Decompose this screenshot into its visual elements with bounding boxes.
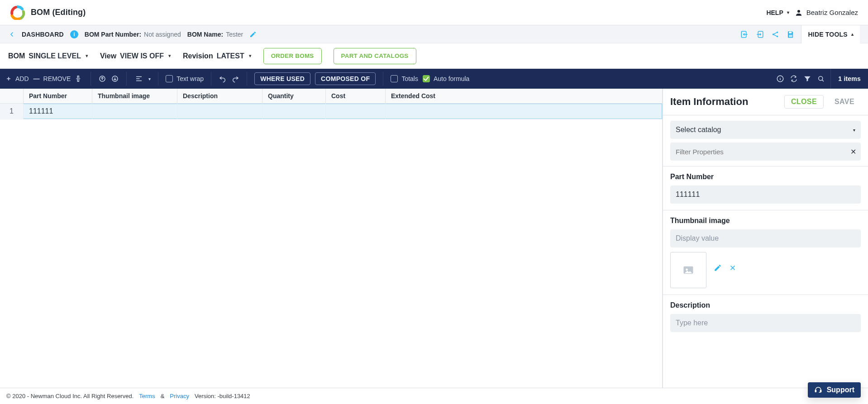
add-row-button[interactable]: ＋ ADD	[5, 75, 29, 83]
chevron-down-icon: ▾	[148, 76, 151, 81]
group-description-label: Description	[670, 301, 861, 309]
footer: © 2020 - Newman Cloud Inc. All Right Res…	[0, 388, 868, 404]
cell-cost[interactable]	[326, 104, 386, 119]
order-boms-button[interactable]: ORDER BOMS	[263, 48, 322, 64]
move-down-icon[interactable]	[111, 75, 119, 83]
main-area: Part Number Thumbnail image Description …	[0, 89, 868, 388]
item-information-panel: Item Information CLOSE SAVE Select catal…	[663, 89, 868, 388]
revision-dropdown[interactable]: Revision LATEST ▾	[183, 52, 252, 60]
info-icon[interactable]: i	[70, 30, 78, 38]
app-topbar: BOM (Editing) HELP ▾ Beatriz Gonzalez	[0, 0, 868, 25]
items-count: 1 items	[830, 69, 868, 89]
grid-toolbar: ＋ ADD — REMOVE ▾	[0, 69, 868, 89]
svg-rect-8	[789, 34, 793, 37]
share-icon[interactable]	[771, 30, 779, 38]
grid: Part Number Thumbnail image Description …	[0, 89, 663, 388]
cell-extended-cost[interactable]	[386, 104, 463, 119]
sync-icon[interactable]	[790, 75, 798, 83]
user-icon	[795, 9, 803, 17]
chevron-down-icon: ▾	[787, 10, 789, 15]
breadcrumb[interactable]: DASHBOARD	[22, 31, 64, 38]
col-description[interactable]: Description	[177, 89, 262, 103]
app-logo-icon	[10, 5, 25, 20]
context-actions	[740, 30, 795, 38]
thumbnail-display-value[interactable]: Display value	[670, 229, 861, 247]
svg-point-13	[819, 76, 823, 81]
svg-rect-17	[820, 390, 821, 392]
table-row[interactable]: 1 111111	[0, 104, 662, 119]
search-icon[interactable]	[817, 75, 825, 83]
export-icon[interactable]	[756, 30, 764, 38]
bom-name-label: BOM Name:	[187, 31, 223, 38]
svg-point-1	[797, 10, 800, 13]
footer-terms-link[interactable]: Terms	[139, 393, 155, 399]
text-wrap-checkbox[interactable]: Text wrap	[166, 75, 204, 82]
grid-columns: Part Number Thumbnail image Description …	[0, 89, 662, 104]
move-up-icon[interactable]	[98, 75, 106, 83]
cell-thumbnail[interactable]	[92, 104, 177, 119]
cell-description[interactable]	[177, 104, 262, 119]
remove-thumbnail-icon[interactable]	[729, 264, 736, 271]
col-part-number[interactable]: Part Number	[24, 89, 92, 103]
bom-part-number: BOM Part Number: Not assigned	[85, 31, 181, 38]
svg-rect-16	[815, 390, 816, 392]
remove-row-button[interactable]: — REMOVE	[33, 75, 71, 82]
svg-rect-7	[789, 32, 792, 33]
edit-name-icon[interactable]	[249, 31, 257, 38]
catalog-select[interactable]: Select catalog ▾	[670, 121, 861, 139]
where-used-button[interactable]: WHERE USED	[254, 72, 310, 85]
info-outline-icon[interactable]	[776, 75, 784, 83]
help-label: HELP	[766, 9, 783, 16]
group-thumbnail-label: Thumbnail image	[670, 217, 861, 225]
col-thumbnail[interactable]: Thumbnail image	[92, 89, 177, 103]
current-user[interactable]: Beatriz Gonzalez	[795, 9, 858, 17]
side-panel-title: Item Information	[670, 96, 748, 108]
save-panel-button[interactable]: SAVE	[828, 95, 861, 109]
view-mode-dropdown[interactable]: View VIEW IS OFF ▾	[100, 52, 171, 60]
part-number-value[interactable]: 111111	[670, 185, 861, 204]
import-icon[interactable]	[740, 30, 749, 38]
svg-rect-9	[78, 76, 79, 81]
insert-column-icon[interactable]	[75, 75, 83, 83]
headset-icon	[814, 386, 822, 394]
row-index[interactable]: 1	[0, 104, 24, 119]
group-description: Description Type here	[663, 295, 868, 338]
col-index[interactable]	[0, 89, 24, 103]
description-input[interactable]: Type here	[670, 314, 861, 332]
clear-filter-icon[interactable]: ✕	[845, 147, 861, 156]
part-and-catalogs-button[interactable]: PART AND CATALOGS	[334, 48, 416, 64]
support-button[interactable]: Support	[808, 382, 861, 398]
group-part-number: Part Number 111111	[663, 166, 868, 210]
filter-properties-input[interactable]	[670, 143, 845, 161]
save-icon[interactable]	[787, 30, 795, 38]
auto-formula-checkbox[interactable]: Auto formula	[423, 75, 469, 82]
undo-icon[interactable]	[219, 75, 227, 83]
user-name: Beatriz Gonzalez	[806, 9, 858, 16]
composed-of-button[interactable]: COMPOSED OF	[315, 72, 376, 85]
col-extended-cost[interactable]: Extended Cost	[386, 89, 463, 103]
align-menu-icon[interactable]	[134, 75, 144, 83]
chevron-down-icon: ▾	[86, 53, 88, 59]
controls-bar: BOM SINGLE LEVEL ▾ View VIEW IS OFF ▾ Re…	[0, 43, 868, 69]
redo-icon[interactable]	[231, 75, 239, 83]
col-quantity[interactable]: Quantity	[262, 89, 326, 103]
filter-icon[interactable]	[803, 75, 811, 83]
filter-properties[interactable]: ✕	[670, 143, 861, 161]
footer-privacy-link[interactable]: Privacy	[170, 393, 189, 399]
help-menu[interactable]: HELP ▾	[766, 9, 789, 16]
col-cost[interactable]: Cost	[326, 89, 386, 103]
bom-mode-dropdown[interactable]: BOM SINGLE LEVEL ▾	[8, 52, 88, 60]
edit-thumbnail-icon[interactable]	[714, 264, 722, 272]
close-panel-button[interactable]: CLOSE	[784, 95, 824, 109]
totals-checkbox[interactable]: Totals	[391, 75, 418, 82]
chevron-down-icon: ▾	[853, 128, 855, 133]
group-thumbnail: Thumbnail image Display value	[663, 210, 868, 295]
hide-tools-toggle[interactable]: HIDE TOOLS ▴	[801, 25, 860, 43]
thumbnail-preview	[670, 252, 706, 288]
catalog-select-placeholder: Select catalog	[676, 126, 721, 134]
chevron-down-icon: ▾	[168, 53, 171, 59]
cell-quantity[interactable]	[262, 104, 326, 119]
cell-part-number[interactable]: 111111	[24, 104, 92, 119]
back-arrow-icon[interactable]	[8, 31, 15, 38]
bom-name: BOM Name: Tester	[187, 31, 243, 38]
